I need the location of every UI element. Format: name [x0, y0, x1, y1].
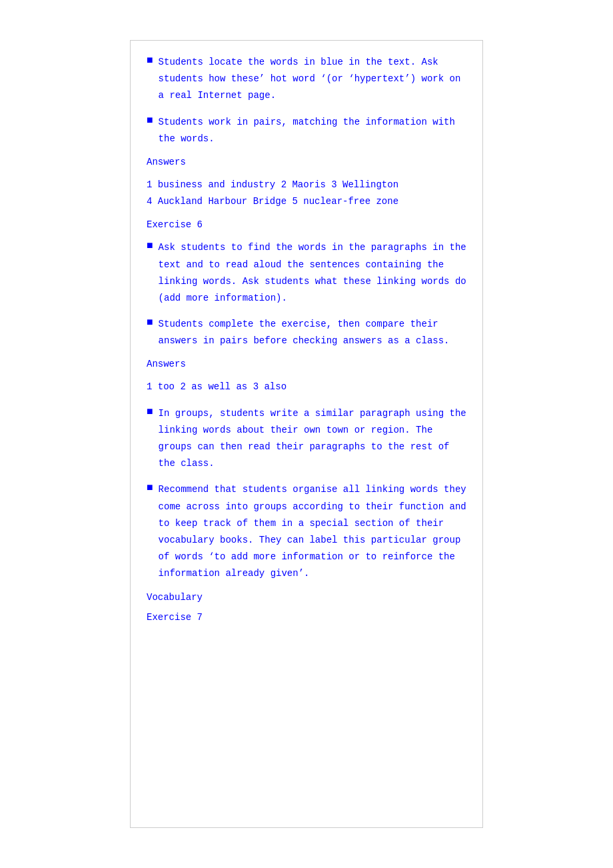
exercise-6-label: Exercise 6 [147, 219, 466, 230]
bullet-text-2: Students work in pairs, matching the inf… [159, 114, 466, 147]
bullet-text-6: Recommend that students organise all lin… [159, 481, 466, 582]
bullet-text-5: In groups, students write a similar para… [159, 405, 466, 473]
answers-line-1: 1 business and industry 2 Maoris 3 Welli… [147, 179, 398, 190]
bullet-icon-2: ■ [147, 115, 153, 127]
bullet-icon-1: ■ [147, 55, 153, 67]
bullet-icon-4: ■ [147, 317, 153, 329]
answers-text-1: 1 business and industry 2 Maoris 3 Welli… [147, 177, 466, 210]
bullet-item-2: ■ Students work in pairs, matching the i… [147, 114, 466, 147]
vocabulary-label: Vocabulary [147, 592, 466, 603]
exercise-7-label: Exercise 7 [147, 612, 466, 623]
bullet-item-4: ■ Students complete the exercise, then c… [147, 316, 466, 349]
bullet-item-1: ■ Students locate the words in blue in t… [147, 54, 466, 105]
bullet-icon-6: ■ [147, 482, 153, 494]
answers-label-2: Answers [147, 359, 466, 369]
content-box: ■ Students locate the words in blue in t… [130, 40, 483, 828]
page-container: ■ Students locate the words in blue in t… [0, 0, 613, 868]
bullet-text-1: Students locate the words in blue in the… [159, 54, 466, 105]
bullet-icon-5: ■ [147, 406, 153, 418]
bullet-icon-3: ■ [147, 240, 153, 252]
bullet-text-3: Ask students to find the words in the pa… [159, 239, 466, 307]
bullet-text-4: Students complete the exercise, then com… [159, 316, 466, 349]
answers-text-2: 1 too 2 as well as 3 also [147, 379, 466, 395]
answers-line-2: 4 Auckland Harbour Bridge 5 nuclear-free… [147, 196, 398, 207]
bullet-item-3: ■ Ask students to find the words in the … [147, 239, 466, 307]
bullet-item-5: ■ In groups, students write a similar pa… [147, 405, 466, 473]
answers-label-1: Answers [147, 157, 466, 167]
bullet-item-6: ■ Recommend that students organise all l… [147, 481, 466, 582]
